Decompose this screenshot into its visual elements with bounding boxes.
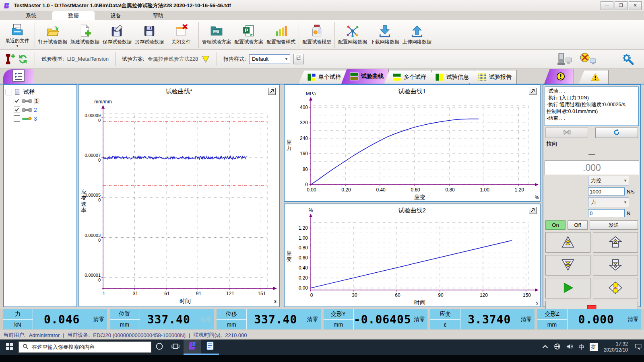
toolbar-button-config-report-style[interactable]: 配置报告样式 — [265, 21, 297, 49]
control-mode-select[interactable]: 力控 ▼ — [588, 176, 629, 185]
tab-multi-specimen[interactable]: 多个试样 — [384, 70, 431, 84]
menu-data[interactable]: 数据 — [52, 11, 95, 20]
report-style-icon — [274, 24, 288, 38]
toolbar-button-new-data[interactable]: 新建试验数据 — [69, 21, 101, 49]
checkbox[interactable] — [14, 107, 20, 113]
taskbar-search-input[interactable]: 在这里输入你要搜索的内容 — [19, 341, 151, 353]
maximize-button[interactable]: ❐ — [615, 1, 627, 10]
ime-mode-button[interactable]: 拼 — [590, 343, 598, 351]
target-input[interactable] — [588, 209, 625, 217]
svg-text:0: 0 — [98, 238, 101, 243]
tab-test-info[interactable]: 试验信息 — [427, 70, 474, 84]
log-line: -结束. . . — [547, 115, 637, 122]
toolbar-button-download-network[interactable]: 下载网络数据 — [369, 21, 401, 49]
close-file-icon — [174, 24, 188, 38]
cortana-button[interactable] — [151, 339, 167, 355]
tab-single-specimen[interactable]: 单个试样 — [299, 70, 346, 84]
checkbox[interactable] — [14, 98, 20, 104]
toolbar-button-open-data[interactable]: 打开试验数据 — [37, 21, 69, 49]
report-preview-button[interactable] — [293, 54, 304, 64]
rate-input[interactable] — [588, 187, 625, 195]
refresh-button[interactable] — [18, 54, 28, 64]
tree-item-specimen-1[interactable]: 1 — [14, 97, 75, 105]
on-button[interactable]: On — [545, 220, 566, 230]
checkbox[interactable] — [14, 115, 20, 122]
clock[interactable]: 17:32 2020/12/10 — [600, 341, 632, 353]
down-button[interactable] — [593, 255, 638, 276]
reconnect-button[interactable] — [595, 128, 638, 138]
toolbar-button-config-scheme[interactable]: P配置试验方案 — [233, 21, 265, 49]
toolbar-button-upload-network[interactable]: 上传网络数据 — [401, 21, 433, 49]
machine-status-icon[interactable] — [555, 53, 573, 66]
tree-item-specimen-3[interactable]: 3 — [14, 114, 75, 123]
fast-up-button[interactable] — [545, 232, 590, 253]
fast-down-button[interactable] — [545, 255, 590, 276]
emergency-stop-icon[interactable] — [579, 53, 597, 66]
popout-button[interactable] — [529, 88, 537, 95]
network-tray-icon[interactable] — [551, 339, 564, 355]
add-specimen-button[interactable] — [4, 54, 14, 64]
taskbar-app-document[interactable] — [201, 339, 219, 355]
menu-system[interactable]: 系统 — [10, 11, 52, 20]
off-button[interactable]: Off — [568, 220, 588, 230]
tab-alert-warning[interactable] — [579, 70, 609, 84]
clear-button-deform-y[interactable]: 清零 — [411, 309, 427, 329]
report-style-select[interactable]: Default ▼ — [249, 54, 290, 64]
tree-root-label: 试样 — [23, 88, 35, 96]
svg-text:0.60: 0.60 — [299, 255, 308, 261]
up-button[interactable] — [593, 232, 638, 253]
settings-gear-icon[interactable] — [621, 53, 634, 66]
ime-language-button[interactable]: 中 — [576, 339, 588, 355]
send-button[interactable]: 发送 — [590, 220, 638, 230]
remove-specimen-button[interactable] — [545, 128, 588, 138]
popout-button[interactable] — [529, 207, 537, 214]
clear-button-force[interactable]: 清零 — [91, 309, 107, 329]
tab-alert-info[interactable] — [544, 69, 574, 84]
clear-button-deform-z[interactable]: 清零 — [625, 309, 641, 329]
specimen-icon — [22, 107, 32, 113]
toolbar-separator — [299, 22, 299, 48]
minimize-button[interactable]: — — [601, 1, 613, 10]
checkbox[interactable] — [6, 89, 12, 95]
notification-center-button[interactable] — [632, 339, 644, 355]
model-value: LIB_MetalTension — [67, 56, 109, 62]
close-button[interactable]: ✕ — [629, 1, 642, 10]
task-view-button[interactable] — [167, 339, 184, 355]
toolbar-button-close-file[interactable]: 关闭文件 — [165, 21, 197, 49]
strain-rate-chart-panel: 试验曲线* 13161911211510.0000900.0000700.000… — [78, 84, 280, 307]
clear-button-strain[interactable]: 清零 — [518, 309, 535, 329]
control-panel: -试验. . .-执行:(入口力:10N)-执行:通用过程(控制速度:0.000… — [543, 84, 641, 307]
toolbar-button-save-as-data[interactable]: 另存试验数据 — [133, 21, 165, 49]
tray-expand-button[interactable] — [539, 339, 551, 355]
run-button[interactable] — [545, 278, 590, 298]
svg-text:0.00007: 0.00007 — [85, 153, 101, 158]
menu-help[interactable]: 帮助 — [137, 11, 179, 20]
tree-root[interactable]: 试样 — [6, 88, 75, 97]
measurement-name: 位置 — [110, 309, 140, 320]
toolbar-button-manage-scheme[interactable]: 管理试验方案 — [200, 21, 233, 49]
toolbar-button-config-network[interactable]: 配置网络数据 — [336, 21, 369, 49]
svg-text:1.00: 1.00 — [480, 187, 489, 193]
toolbar-button-config-model[interactable]: 配置试验模型 — [301, 21, 333, 49]
start-button[interactable] — [0, 339, 19, 355]
taskbar-app-testmaster[interactable] — [184, 339, 201, 355]
separator: | — [189, 332, 190, 338]
clear-button-displacement[interactable]: 清零 — [305, 309, 321, 329]
popout-button[interactable] — [268, 88, 276, 95]
tab-test-report[interactable]: 试验报告 — [469, 70, 517, 84]
clear-button-position[interactable]: 清零 — [198, 309, 214, 329]
no-specimen-icon — [562, 129, 571, 137]
scheme-warning-icon[interactable] — [201, 55, 210, 64]
target-mode-select[interactable]: 力 ▼ — [588, 197, 629, 207]
menu-device[interactable]: 设备 — [95, 11, 137, 20]
tab-test-curve[interactable]: 试验曲线 — [341, 69, 389, 84]
toolbar-separator — [198, 22, 199, 48]
measurement-unit: mm — [537, 320, 567, 330]
toolbar-button-save-data[interactable]: 保存试验数据 — [101, 21, 133, 49]
tree-item-specimen-2[interactable]: 2 — [14, 105, 75, 114]
toolbar-button-recent-files[interactable]: 最近的文件▾ — [2, 21, 33, 49]
svg-text:s: s — [536, 300, 538, 306]
specimen-break-button[interactable] — [593, 278, 638, 298]
tab-specimen-list[interactable] — [3, 69, 34, 84]
volume-tray-icon[interactable] — [564, 339, 576, 355]
